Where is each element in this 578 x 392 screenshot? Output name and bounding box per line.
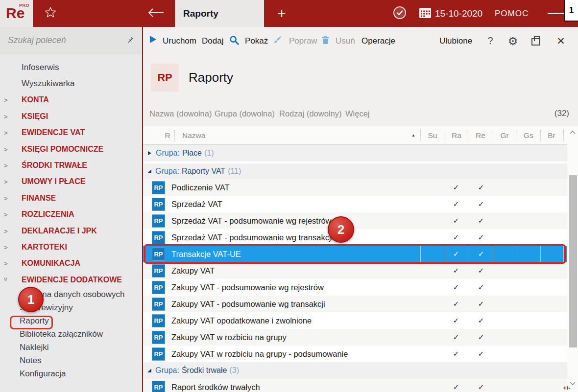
group-name: Płace <box>182 149 202 158</box>
sidebar-section--rodki-trwa-e[interactable]: >ŚRODKI TRWAŁE <box>0 157 142 173</box>
column-header-gs[interactable]: Gs <box>519 126 538 144</box>
check-icon: ✓ <box>475 346 487 362</box>
help-menu-label: POMOC <box>495 9 529 19</box>
expand-collapse-all-button[interactable]: +/- <box>556 385 577 392</box>
column-header-su[interactable]: Su <box>423 126 442 144</box>
selected-column-separator <box>493 246 493 262</box>
table-row[interactable]: RPRaport środków trwałych✓✓ <box>143 379 567 392</box>
help-button[interactable]: ? <box>484 27 497 55</box>
sidebar-section-ewidencje-vat[interactable]: >EWIDENCJE VAT <box>0 125 142 141</box>
toolbar-button-dodaj[interactable]: Dodaj <box>202 27 223 55</box>
column-separator <box>517 130 517 141</box>
settings-button[interactable]: ⚙ <box>506 27 519 55</box>
table-row[interactable]: RPZakupy VAT - podsumowanie wg rejestrów… <box>143 279 567 296</box>
sidebar-section-rozliczenia[interactable]: >ROZLICZENIA <box>0 207 142 223</box>
report-type-icon: RP <box>152 381 165 392</box>
restore-window-button[interactable] <box>529 27 542 55</box>
calendar-button[interactable] <box>417 0 433 27</box>
sidebar-section-label: KSIĘGI <box>22 112 48 121</box>
table-row[interactable]: RPSprzedaż VAT✓✓ <box>143 196 567 212</box>
back-button[interactable] <box>146 0 166 27</box>
check-icon: ✓ <box>450 346 462 362</box>
new-tab-button[interactable]: + <box>273 0 290 27</box>
toolbar-button-pokaz[interactable]: Pokaż <box>245 27 268 55</box>
filter-nazwa[interactable]: Nazwa (dowolna) <box>149 107 212 120</box>
group-label: Grupa: <box>155 167 179 176</box>
column-header-re[interactable]: Re <box>471 126 490 144</box>
favorites-star-button[interactable] <box>42 0 59 27</box>
sidebar-item-wyszukiwarka[interactable]: Wyszukiwarka <box>0 75 142 92</box>
check-icon: ✓ <box>450 179 462 196</box>
sidebar-item-naklejki[interactable]: Naklejki <box>0 341 142 354</box>
sidebar-item-ślad-rewizyjny[interactable]: Ślad rewizyjny <box>0 301 142 314</box>
sidebar-section-label: KOMUNIKACJA <box>22 259 80 268</box>
table-row[interactable]: RPPodliczenie VAT✓✓ <box>143 179 567 196</box>
status-check-button[interactable] <box>391 0 409 27</box>
sidebar-item-notes[interactable]: Notes <box>0 354 142 367</box>
vertical-scrollbar[interactable] <box>567 126 578 392</box>
group-row-środki-trwałe[interactable]: Grupa:Środki trwałe(3) <box>143 362 567 379</box>
sidebar-item-biblioteka-załączników[interactable]: Biblioteka załączników <box>0 327 142 341</box>
group-count: (11) <box>228 167 241 176</box>
brush-icon <box>272 35 282 47</box>
table-row[interactable]: RPZakupy VAT w rozbiciu na grupy - podsu… <box>143 346 567 362</box>
sidebar-section-deklaracje-i-jpk[interactable]: >DEKLARACJE I JPK <box>0 223 142 239</box>
toolbar-button-popraw[interactable]: Popraw <box>289 27 317 55</box>
command-search-input[interactable] <box>0 27 123 53</box>
sidebar-item-infoserwis[interactable]: Infoserwis <box>0 59 142 75</box>
sidebar-item-raporty[interactable]: Raporty <box>0 314 142 327</box>
group-row-płace[interactable]: Grupa:Płace(1) <box>143 145 567 161</box>
column-header-nazwa[interactable]: Nazwa <box>182 126 329 144</box>
check-icon: ✓ <box>475 312 487 329</box>
column-header-br[interactable]: Br <box>542 126 561 144</box>
table-header: RNazwaSuRaReGrGsBr▲ <box>143 126 567 145</box>
tab-raporty[interactable]: Raporty <box>175 0 264 27</box>
table-row[interactable]: RPZakupy VAT✓✓ <box>143 262 567 279</box>
table-row[interactable]: RPZakupy VAT opodatkowane i zwolnione✓✓ <box>143 312 567 329</box>
column-header-ra[interactable]: Ra <box>447 126 466 144</box>
toolbar-button-ulubione[interactable]: Ulubione <box>439 27 472 55</box>
table-row[interactable]: RPSprzedaż VAT - podsumowanie wg transak… <box>143 229 567 246</box>
module-title: Raporty <box>189 64 233 92</box>
filter-grupa[interactable]: Grupa (dowolna) <box>215 107 275 120</box>
column-header-gr[interactable]: Gr <box>495 126 514 144</box>
table-row-selected[interactable]: RPTransakcje VAT-UE✓✓ <box>143 246 567 262</box>
hamburger-menu-button[interactable] <box>548 0 564 27</box>
toolbar-button-usun[interactable]: Usuń <box>336 27 355 55</box>
table-row[interactable]: RPSprzedaż VAT - podsumowanie wg rejestr… <box>143 212 567 229</box>
sidebar-section-kartoteki[interactable]: >KARTOTEKI <box>0 239 142 255</box>
sidebar-section-umowy-i-p-ace[interactable]: >UMOWY I PŁACE <box>0 174 142 190</box>
work-date[interactable]: 15-10-2020 <box>435 0 482 27</box>
report-type-icon: RP <box>152 231 165 244</box>
help-menu[interactable]: POMOC <box>495 0 529 27</box>
group-row-raporty-vat[interactable]: Grupa:Raporty VAT(11) <box>143 163 567 179</box>
sidebar-section-label: FINANSE <box>22 194 56 203</box>
sidebar-section-konta[interactable]: >KONTA <box>0 92 142 108</box>
sidebar-section-ksi-gi-pomocnicze[interactable]: >KSIĘGI POMOCNICZE <box>0 141 142 157</box>
sidebar-section-finanse[interactable]: >FINANSE <box>0 190 142 206</box>
table-row[interactable]: RPZakupy VAT - podsumowanie wg transakcj… <box>143 296 567 312</box>
sidebar-section-label: DEKLARACJE I JPK <box>22 227 97 235</box>
check-icon: ✓ <box>450 312 462 329</box>
pin-icon[interactable] <box>125 36 134 46</box>
sidebar-section-ewidencje-dodatkowe[interactable]: >EWIDENCJE DODATKOWE <box>0 272 142 288</box>
check-icon: ✓ <box>450 329 462 346</box>
scrollbar-thumb[interactable] <box>569 175 577 347</box>
scroll-up-icon[interactable] <box>569 129 577 137</box>
close-button[interactable]: ✕ <box>554 27 567 55</box>
table-row[interactable]: RPZakupy VAT w rozbiciu na grupy✓✓ <box>143 329 567 346</box>
sidebar-item-konfiguracja[interactable]: Konfiguracja <box>0 367 142 380</box>
sidebar-item-ochrona-danych-osobowych[interactable]: Ochrona danych osobowych <box>0 288 142 301</box>
report-type-icon: RP <box>152 281 165 294</box>
sidebar-section-ksi-gi[interactable]: >KSIĘGI <box>0 108 142 124</box>
sidebar-section-komunikacja[interactable]: >KOMUNIKACJA <box>0 255 142 272</box>
filter-rodzaj[interactable]: Rodzaj (dowolny) <box>279 107 341 120</box>
toolbar-button-operacje[interactable]: Operacje <box>361 27 395 55</box>
magnifier-icon <box>229 35 239 47</box>
filter-more[interactable]: Więcej <box>345 107 370 120</box>
toolbar-button-uruchom[interactable]: Uruchom <box>163 27 196 55</box>
report-name: Podliczenie VAT <box>171 179 230 196</box>
check-icon: ✓ <box>475 279 487 296</box>
column-separator <box>493 130 493 141</box>
sort-asc-icon: ▲ <box>411 133 415 138</box>
